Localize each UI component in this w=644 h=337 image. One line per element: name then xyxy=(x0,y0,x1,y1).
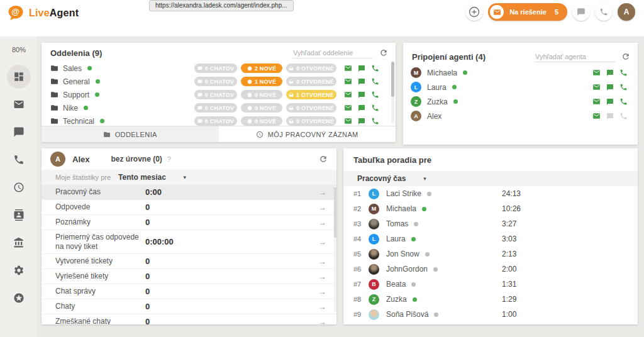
arrow-right-icon[interactable]: → xyxy=(319,257,326,266)
liveagent-logo[interactable]: @ LiveAgent xyxy=(8,5,79,21)
sidebar-item-chat[interactable] xyxy=(0,118,38,146)
open-tickets-badge[interactable]: 0 OTVORENÉ xyxy=(286,77,336,86)
stat-row[interactable]: Pracovný čas0:00→ xyxy=(42,185,336,200)
sidebar-item-contacts[interactable] xyxy=(0,201,38,229)
sidebar-item-dashboard[interactable] xyxy=(0,63,38,91)
phone-icon[interactable] xyxy=(619,97,628,106)
tab-my-work-report[interactable]: MÔJ PRACOVNÝ ZÁZNAM xyxy=(219,126,396,142)
chats-button[interactable] xyxy=(572,3,590,21)
stat-row[interactable]: Zmeškané chaty0→ xyxy=(42,314,336,324)
mail-icon[interactable] xyxy=(592,83,601,91)
new-tickets-badge[interactable]: 0 NOVÉ xyxy=(241,90,282,99)
arrow-right-icon[interactable]: → xyxy=(319,238,326,246)
mail-icon[interactable] xyxy=(344,64,352,72)
arrow-right-icon[interactable]: → xyxy=(319,203,326,212)
sidebar-item-phone[interactable] xyxy=(0,146,38,174)
star-circle-icon xyxy=(13,292,25,304)
chat-icon[interactable] xyxy=(606,69,614,77)
leaderboard-row: #1LLaci Strike24:13 xyxy=(343,186,638,201)
mail-icon[interactable] xyxy=(344,104,352,112)
refresh-icon[interactable] xyxy=(621,52,630,61)
user-avatar[interactable]: A xyxy=(618,3,635,21)
mail-icon[interactable] xyxy=(592,97,601,106)
phone-icon[interactable] xyxy=(371,64,379,72)
open-tickets-badge[interactable]: 1 OTVORENÉ xyxy=(286,90,336,99)
phone-icon[interactable] xyxy=(619,83,628,91)
sidebar-item-clock[interactable] xyxy=(0,174,38,201)
stat-row[interactable]: Chat správy0→ xyxy=(42,284,336,299)
departments-title: Oddelenia (9) xyxy=(50,48,102,58)
chat-icon[interactable] xyxy=(358,78,365,86)
mail-icon[interactable] xyxy=(344,77,352,86)
chat-icon[interactable] xyxy=(606,113,614,120)
chat-icon[interactable] xyxy=(358,91,365,99)
sidebar-item-star-circle[interactable] xyxy=(0,284,38,312)
new-tickets-badge[interactable]: 0 NOVÉ xyxy=(241,103,282,113)
chats-badge[interactable]: 0 CHATOV xyxy=(194,116,237,126)
mail-open-icon xyxy=(289,79,294,84)
add-button[interactable] xyxy=(465,3,483,21)
stats-scrollbar[interactable] xyxy=(334,186,336,312)
department-row: Nike0 CHATOV0 NOVÉ0 OTVORENÉ xyxy=(42,101,396,114)
stat-value: 0 xyxy=(145,218,150,227)
mail-icon[interactable] xyxy=(592,69,601,77)
chevron-down-icon[interactable]: ▼ xyxy=(182,175,187,180)
arrow-right-icon[interactable]: → xyxy=(319,272,326,281)
refresh-icon[interactable] xyxy=(379,48,388,57)
leaderboard-metric-dropdown[interactable]: Pracovný čas xyxy=(357,174,406,183)
new-tickets-badge[interactable]: 0 NOVÉ xyxy=(241,116,282,126)
work-time-value: 1:31 xyxy=(502,280,516,289)
mail-icon[interactable] xyxy=(344,91,352,99)
help-icon[interactable]: ? xyxy=(167,155,171,163)
new-tickets-badge[interactable]: 1 NOVÉ xyxy=(241,77,282,86)
phone-icon[interactable] xyxy=(371,104,379,112)
phone-icon[interactable] xyxy=(371,77,379,86)
calls-button[interactable] xyxy=(595,3,613,21)
arrow-right-icon[interactable]: → xyxy=(319,188,326,197)
chat-icon[interactable] xyxy=(358,65,365,72)
stat-row[interactable]: Vytvorené tickety0→ xyxy=(42,254,336,269)
refresh-icon[interactable] xyxy=(319,155,328,163)
chat-icon[interactable] xyxy=(358,118,365,125)
phone-icon[interactable] xyxy=(371,91,379,99)
chat-icon[interactable] xyxy=(358,104,365,112)
sidebar-item-mail[interactable] xyxy=(0,91,38,118)
new-tickets-badge[interactable]: 2 NOVÉ xyxy=(241,64,282,73)
stats-period-dropdown[interactable]: Tento mesiac xyxy=(118,173,166,182)
phone-icon[interactable] xyxy=(619,112,628,120)
sidebar-item-gear[interactable] xyxy=(0,257,38,284)
agent-search-input[interactable] xyxy=(535,52,615,62)
stat-row[interactable]: Priemerný čas odpovede na nový tiket0:00… xyxy=(42,230,336,254)
chat-icon[interactable] xyxy=(606,98,614,106)
chevron-down-icon[interactable]: ▼ xyxy=(422,176,427,182)
to-solve-button[interactable]: Na riešenie 5 xyxy=(488,3,567,21)
arrow-right-icon[interactable]: → xyxy=(319,302,326,311)
mail-icon[interactable] xyxy=(592,112,601,120)
chats-badge[interactable]: 0 CHATOV xyxy=(194,90,237,99)
open-tickets-badge[interactable]: 0 OTVORENÉ xyxy=(286,64,336,73)
phone-icon[interactable] xyxy=(371,117,379,125)
open-tickets-badge[interactable]: 0 OTVORENÉ xyxy=(286,116,336,126)
avatar xyxy=(369,264,379,275)
chat-icon[interactable] xyxy=(606,84,614,91)
chats-badge[interactable]: 0 CHATOV xyxy=(194,77,237,86)
arrow-right-icon[interactable]: → xyxy=(319,287,326,296)
mail-icon[interactable] xyxy=(344,117,352,125)
departments-scrollbar[interactable] xyxy=(391,62,394,123)
online-status-dot xyxy=(425,252,430,257)
sidebar-item-bank[interactable] xyxy=(0,229,38,257)
stat-row[interactable]: Vyriešené tikety0→ xyxy=(42,269,336,284)
agent-name: Laura xyxy=(386,235,406,243)
phone-icon[interactable] xyxy=(619,69,628,77)
stat-row[interactable]: Odpovede0→ xyxy=(42,200,336,215)
open-tickets-badge[interactable]: 0 OTVORENÉ xyxy=(286,103,336,113)
online-status-dot xyxy=(411,282,416,287)
arrow-right-icon[interactable]: → xyxy=(319,318,326,325)
stat-row[interactable]: Chaty0→ xyxy=(42,299,336,314)
chats-badge[interactable]: 0 CHATOV xyxy=(194,103,237,113)
department-search-input[interactable] xyxy=(292,48,373,58)
stat-row[interactable]: Poznámky0→ xyxy=(42,215,336,230)
arrow-right-icon[interactable]: → xyxy=(319,218,326,227)
chats-badge[interactable]: 0 CHATOV xyxy=(194,64,237,73)
tab-departments[interactable]: ODDELENIA xyxy=(42,126,219,142)
